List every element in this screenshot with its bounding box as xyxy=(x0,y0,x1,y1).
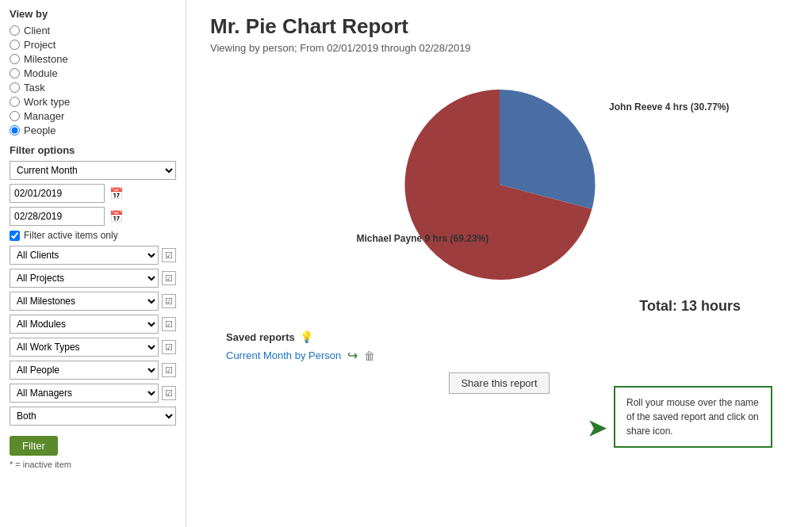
saved-reports-header: Saved reports 💡 xyxy=(226,330,313,343)
people-check-icon[interactable]: ☑ xyxy=(162,363,176,377)
view-by-group: Client Project Milestone Module Task Wor… xyxy=(10,25,176,136)
bulb-icon: 💡 xyxy=(300,330,313,343)
saved-reports-label: Saved reports xyxy=(226,331,295,343)
both-select[interactable]: Both xyxy=(10,407,176,426)
all-clients-select[interactable]: All Clients xyxy=(10,246,159,265)
radio-manager[interactable]: Manager xyxy=(10,110,176,122)
date-period-select[interactable]: Current Month Last Month Custom xyxy=(10,161,176,180)
michael-label: Michael Payne 9 hrs (69.23%) xyxy=(357,233,489,244)
both-row: Both xyxy=(10,407,176,426)
radio-task[interactable]: Task xyxy=(10,82,176,94)
all-modules-row: All Modules ☑ xyxy=(10,315,176,334)
all-worktypes-row: All Work Types ☑ xyxy=(10,338,176,357)
calendar-to-icon[interactable]: 📅 xyxy=(108,208,124,224)
chart-area: Michael Payne 9 hrs (69.23%) John Reeve … xyxy=(210,70,788,292)
tooltip-box: Roll your mouse over the name of the sav… xyxy=(614,386,772,448)
all-modules-select[interactable]: All Modules xyxy=(10,315,159,334)
share-icon[interactable]: ↪ xyxy=(347,348,358,363)
main-content: Mr. Pie Chart Report Viewing by person; … xyxy=(186,0,812,527)
filter-active-label: Filter active items only xyxy=(24,230,118,241)
pie-svg xyxy=(365,70,634,292)
view-by-label: View by xyxy=(10,8,176,20)
all-clients-row: All Clients ☑ xyxy=(10,246,176,265)
date-period-row: Current Month Last Month Custom xyxy=(10,161,176,180)
all-projects-select[interactable]: All Projects xyxy=(10,269,159,288)
milestones-check-icon[interactable]: ☑ xyxy=(162,294,176,308)
all-managers-select[interactable]: All Managers xyxy=(10,384,159,403)
date-from-row: 📅 xyxy=(10,184,176,203)
all-milestones-row: All Milestones ☑ xyxy=(10,292,176,311)
all-projects-row: All Projects ☑ xyxy=(10,269,176,288)
delete-icon[interactable]: 🗑 xyxy=(364,349,375,362)
report-subtitle: Viewing by person; From 02/01/2019 throu… xyxy=(210,42,788,54)
date-from-input[interactable] xyxy=(10,184,105,203)
all-worktypes-select[interactable]: All Work Types xyxy=(10,338,159,357)
projects-check-icon[interactable]: ☑ xyxy=(162,271,176,285)
radio-module[interactable]: Module xyxy=(10,67,176,79)
all-people-row: All People ☑ xyxy=(10,361,176,380)
filter-button[interactable]: Filter xyxy=(10,436,58,456)
sidebar: View by Client Project Milestone Module … xyxy=(0,0,186,527)
modules-check-icon[interactable]: ☑ xyxy=(162,317,176,331)
clients-check-icon[interactable]: ☑ xyxy=(162,248,176,262)
filter-active-checkbox[interactable] xyxy=(10,231,20,241)
total-label: Total: 13 hours xyxy=(210,298,788,315)
all-milestones-select[interactable]: All Milestones xyxy=(10,292,159,311)
radio-worktype[interactable]: Work type xyxy=(10,96,176,108)
radio-project[interactable]: Project xyxy=(10,39,176,51)
radio-client[interactable]: Client xyxy=(10,25,176,36)
calendar-from-icon[interactable]: 📅 xyxy=(108,185,124,201)
saved-reports-section: Saved reports 💡 Current Month by Person … xyxy=(210,330,788,394)
radio-milestone[interactable]: Milestone xyxy=(10,53,176,65)
pie-chart: Michael Payne 9 hrs (69.23%) John Reeve … xyxy=(365,70,634,292)
tooltip-text: Roll your mouse over the name of the sav… xyxy=(626,397,759,437)
arrow-annotation: ➤ xyxy=(588,415,606,441)
date-to-input[interactable] xyxy=(10,207,105,226)
managers-check-icon[interactable]: ☑ xyxy=(162,386,176,400)
saved-report-row: Current Month by Person ↪ 🗑 xyxy=(226,348,375,363)
share-report-button[interactable]: Share this report xyxy=(449,372,549,394)
report-title: Mr. Pie Chart Report xyxy=(210,14,788,39)
saved-report-link[interactable]: Current Month by Person xyxy=(226,349,341,361)
date-to-row: 📅 xyxy=(10,207,176,226)
worktypes-check-icon[interactable]: ☑ xyxy=(162,340,176,354)
inactive-note: * = inactive item xyxy=(10,460,176,469)
filter-options-label: Filter options xyxy=(10,144,176,156)
john-label: John Reeve 4 hrs (30.77%) xyxy=(609,101,729,113)
filter-active-row: Filter active items only xyxy=(10,230,176,241)
all-managers-row: All Managers ☑ xyxy=(10,384,176,403)
all-people-select[interactable]: All People xyxy=(10,361,159,380)
radio-people[interactable]: People xyxy=(10,124,176,136)
